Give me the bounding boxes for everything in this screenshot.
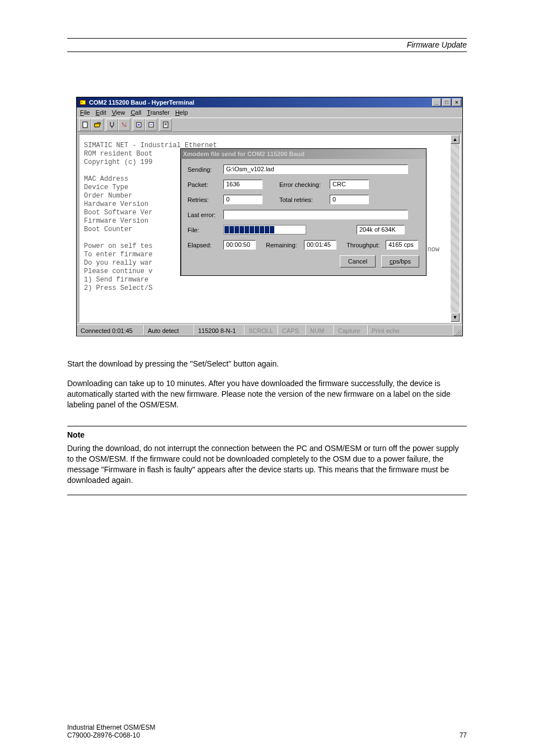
footer-left: Industrial Ethernet OSM/ESM C79000-Z8976… [67, 724, 155, 739]
send-icon[interactable] [133, 119, 145, 131]
status-echo: Print echo [368, 325, 453, 336]
val-sending: G:\Osm_v102.lad [223, 165, 408, 174]
body-p2: Downloading can take up to 10 minutes. A… [67, 378, 467, 410]
term-line: Please continue v [84, 267, 152, 275]
scroll-down-icon[interactable]: ▼ [451, 313, 460, 322]
menu-transfer[interactable]: Transfer [147, 109, 170, 116]
terminal-area: SIMATIC NET - Industrial Ethernet ROM re… [78, 134, 461, 323]
term-line: Device Type [84, 184, 128, 191]
menu-help[interactable]: Help [175, 109, 188, 116]
open-icon[interactable] [91, 119, 104, 131]
status-scroll: SCROLL [245, 325, 278, 336]
page-number: 77 [460, 731, 467, 739]
cpsbps-button[interactable]: cps/bps [381, 255, 419, 267]
toolbar [77, 118, 462, 132]
new-icon[interactable] [79, 119, 91, 131]
term-line: Copyright (c) 199 [84, 158, 152, 166]
close-button[interactable]: × [452, 98, 461, 106]
lbl-file: File: [188, 227, 223, 233]
term-line: Order Number [84, 192, 132, 200]
term-side-text: now [427, 246, 439, 253]
lbl-sending: Sending: [188, 166, 223, 173]
status-detect: Auto detect [144, 325, 194, 336]
status-caps: CAPS [278, 325, 306, 336]
val-packet: 1636 [223, 180, 263, 189]
lbl-retries: Retries: [188, 196, 223, 203]
lbl-elapsed: Elapsed: [188, 242, 223, 248]
scroll-up-icon[interactable]: ▲ [451, 135, 460, 144]
menu-edit[interactable]: Edit [96, 109, 106, 116]
app-icon [79, 98, 87, 106]
term-line: Hardware Version [84, 200, 148, 208]
menu-view[interactable]: View [112, 109, 125, 116]
status-conn: 115200 8-N-1 [194, 325, 245, 336]
cancel-button[interactable]: Cancel [340, 255, 376, 267]
val-fileprog: 204k of 634K [357, 225, 405, 234]
status-bar: Connected 0:01:45 Auto detect 115200 8-N… [77, 325, 462, 336]
maximize-button[interactable]: □ [442, 98, 451, 106]
note-label: Note [67, 430, 467, 440]
val-remaining: 00:01:45 [304, 240, 336, 250]
section-header: Firmware Update [67, 40, 467, 49]
term-line: MAC Address [84, 175, 128, 183]
term-line: Do you really war [84, 259, 152, 267]
lbl-totretries: Total retries: [279, 196, 330, 203]
lbl-remaining: Remaining: [266, 242, 304, 248]
val-errcheck: CRC [330, 180, 369, 189]
xmodem-dialog: Xmodem file send for COM2 115200 Baud Se… [180, 148, 427, 276]
status-num: NUM [306, 325, 334, 336]
term-line: Firmware Version [84, 217, 148, 225]
menu-file[interactable]: File [80, 109, 90, 116]
svg-rect-0 [80, 100, 86, 105]
menu-call[interactable]: Call [130, 109, 141, 116]
term-line: 2) Press Select/S [84, 284, 152, 292]
disconnect-icon[interactable] [118, 119, 130, 131]
window-title: COM2 115200 Baud - HyperTerminal [89, 99, 194, 106]
svg-point-1 [81, 102, 82, 103]
lbl-throughput: Throughput: [346, 242, 386, 248]
lbl-lasterr: Last error: [188, 212, 223, 218]
term-line: ROM resident Boot [84, 150, 152, 158]
status-connected: Connected 0:01:45 [77, 325, 144, 336]
body-p1: Start the download by pressing the "Set/… [67, 359, 467, 369]
val-retries: 0 [223, 195, 263, 204]
lbl-errcheck: Error checking: [279, 181, 330, 188]
val-elapsed: 00:00:50 [223, 240, 256, 250]
hyperterminal-window: COM2 115200 Baud - HyperTerminal _ □ × F… [76, 97, 463, 336]
term-line: Boot Software Ver [84, 209, 152, 217]
dialog-titlebar[interactable]: Xmodem file send for COM2 115200 Baud [181, 149, 426, 159]
resize-grip-icon[interactable] [453, 325, 462, 336]
minimize-button[interactable]: _ [432, 98, 441, 106]
status-capture: Capture [334, 325, 368, 336]
svg-line-12 [460, 334, 461, 335]
progress-bar [223, 225, 306, 234]
vertical-scrollbar[interactable]: ▲ ▼ [451, 135, 460, 322]
val-lasterr [223, 210, 408, 219]
term-line: Boot Counter [84, 226, 132, 233]
term-line: To enter firmware [84, 251, 152, 259]
term-line: Power on self tes [84, 242, 152, 250]
term-line: 1) Send firmware [84, 276, 152, 284]
val-throughput: 4165 cps [386, 240, 418, 250]
receive-icon[interactable] [145, 119, 157, 131]
val-totretries: 0 [330, 195, 369, 204]
note-text: During the download, do not interrupt th… [67, 443, 467, 486]
window-titlebar[interactable]: COM2 115200 Baud - HyperTerminal _ □ × [77, 97, 462, 107]
menu-bar: File Edit View Call Transfer Help [77, 107, 462, 118]
connect-icon[interactable] [106, 119, 118, 131]
lbl-packet: Packet: [188, 181, 223, 188]
properties-icon[interactable] [160, 119, 172, 131]
svg-rect-2 [83, 122, 87, 128]
